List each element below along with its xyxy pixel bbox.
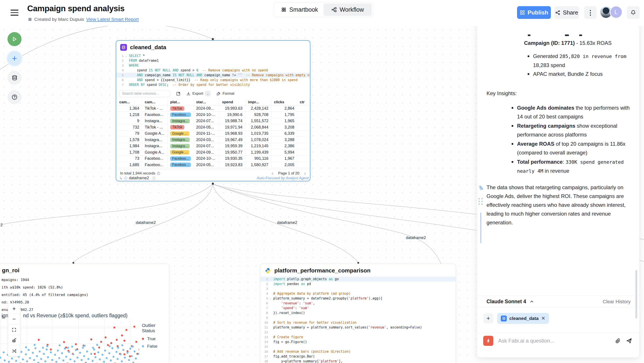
code-line[interactable]: 4 spend IS NOT NULL AND spend > 0 -- Rem… bbox=[116, 68, 310, 73]
scatter-plot[interactable] bbox=[0, 319, 139, 363]
key-insights-list: Google Ads dominates the top performers … bbox=[511, 104, 634, 176]
share-button[interactable]: Share bbox=[554, 6, 579, 19]
next-page-button[interactable]: › bbox=[304, 170, 306, 176]
lock-button[interactable] bbox=[8, 335, 20, 346]
code-line[interactable]: 1import plotly.graph_objects as go bbox=[260, 277, 456, 281]
table-row[interactable]: 732TikTok - ...TikTok2024-05...19,971.94… bbox=[117, 124, 310, 131]
legend-item-true[interactable]: True bbox=[142, 336, 169, 341]
code-line[interactable]: 8}).reset_index() bbox=[260, 310, 456, 315]
view-smart-report-link[interactable]: View Latest Smart Report bbox=[86, 17, 138, 22]
export-button[interactable]: Export ⌄ bbox=[186, 91, 211, 96]
scatter-point-false bbox=[131, 355, 133, 357]
code-line[interactable]: 15 bbox=[260, 344, 456, 349]
legend-item-false[interactable]: False bbox=[142, 344, 169, 349]
table-row[interactable]: 9Instagra...Instagra...2024-07...19,988.… bbox=[117, 118, 310, 124]
code-line[interactable]: 14fig = go.Figure() bbox=[260, 339, 456, 344]
table-row[interactable]: 1,685Faceboo...Faceboo...2024-05...19,92… bbox=[117, 162, 310, 168]
code-line[interactable]: 11platform_summary = platform_summary.so… bbox=[260, 325, 456, 330]
avatar-initial[interactable]: L bbox=[610, 6, 622, 19]
scatter-point-false bbox=[8, 361, 10, 363]
code-line[interactable]: 13# Create figure bbox=[260, 335, 456, 339]
scatter-point-false bbox=[97, 351, 99, 353]
data-sources-button[interactable] bbox=[8, 71, 22, 85]
attachment-icon[interactable] bbox=[615, 338, 621, 344]
panel-resize-handle[interactable] bbox=[480, 212, 481, 243]
zoom-out-button[interactable]: − bbox=[8, 314, 20, 324]
publish-button[interactable]: Publish bbox=[517, 6, 551, 19]
output-menu-icon[interactable]: ⋮ bbox=[152, 176, 156, 180]
node-campaign-roi[interactable]: gn_roi mpaigns: 1944ith ≥$10k spend: 102… bbox=[0, 264, 169, 363]
column-header[interactable]: star... bbox=[194, 99, 220, 105]
code-line[interactable]: 10# Sort by revenue for better visualiza… bbox=[260, 320, 456, 325]
unpin-icon[interactable] bbox=[478, 185, 484, 191]
add-context-button[interactable]: + bbox=[483, 313, 493, 323]
code-line[interactable]: 3WHERE bbox=[116, 63, 310, 68]
python-code-editor[interactable]: 1import plotly.graph_objects as go2impor… bbox=[260, 277, 456, 363]
code-line[interactable]: 1⌄SELECT * bbox=[116, 53, 310, 58]
tab-workflow[interactable]: Workflow bbox=[324, 4, 372, 16]
node-cleaned-data[interactable]: cleaned_data 1⌄SELECT *2FROM dataframe13… bbox=[116, 40, 310, 181]
result-table[interactable]: cam...cam...plat...star...spendimpr...cl… bbox=[117, 99, 310, 168]
format-button[interactable]: Format bbox=[216, 91, 234, 96]
search-input[interactable] bbox=[119, 90, 170, 97]
send-icon[interactable] bbox=[626, 337, 632, 344]
code-line[interactable]: 5⌄platform_summary = dataframe2.groupby(… bbox=[260, 296, 456, 301]
more-options-button[interactable]: ⋮ bbox=[584, 6, 596, 19]
code-line[interactable]: 16# Add revenue bars (positive direction… bbox=[260, 349, 456, 354]
tab-smartbook[interactable]: Smartbook bbox=[276, 4, 324, 16]
help-button[interactable] bbox=[8, 90, 22, 104]
column-header[interactable]: clicks bbox=[271, 99, 297, 105]
column-header[interactable]: impr... bbox=[245, 99, 271, 105]
scatter-point-false bbox=[65, 356, 67, 358]
code-line[interactable]: 7 'spend': 'sum' bbox=[260, 306, 456, 310]
code-line[interactable]: 2FROM dataframe1 bbox=[116, 58, 310, 63]
fit-view-button[interactable] bbox=[8, 324, 20, 335]
column-header[interactable]: spend bbox=[220, 99, 245, 105]
column-header[interactable]: plat... bbox=[168, 99, 194, 105]
table-row[interactable]: 1,708Google A...Google ...2024-09...19,9… bbox=[117, 149, 310, 156]
table-row[interactable]: 1,984Instagra...Instagra...2024-07...19,… bbox=[117, 143, 310, 149]
code-line[interactable]: 18 y=platform_summary['platform'], bbox=[260, 359, 456, 363]
code-line[interactable]: 6 AND spend > {{spend_limit}} -- Keep on… bbox=[116, 78, 310, 82]
scatter-point-false bbox=[34, 347, 36, 349]
table-row[interactable]: 73Faceboo...Faceboo...2024-10-...19,930.… bbox=[117, 156, 310, 162]
code-line[interactable]: 2import pandas as pd bbox=[260, 281, 456, 286]
expand-table-button[interactable] bbox=[176, 91, 180, 96]
column-header[interactable]: cam... bbox=[117, 99, 142, 105]
code-line[interactable]: 5 AND campaign_name IS NOT NULL AND camp… bbox=[116, 73, 310, 78]
node-platform-performance-comparison[interactable]: platform_performance_comparison 1import … bbox=[260, 264, 456, 363]
prev-page-button[interactable]: ‹ bbox=[272, 170, 274, 176]
column-header[interactable]: ctr bbox=[297, 99, 310, 105]
model-selector[interactable]: Claude Sonnet 4 bbox=[486, 299, 534, 304]
table-row[interactable]: 1,578Instagra...Instagra...2024-03...19,… bbox=[117, 137, 310, 143]
zoom-in-button[interactable]: + bbox=[8, 303, 20, 314]
table-cell bbox=[297, 149, 310, 156]
code-line[interactable]: 12 bbox=[260, 330, 456, 335]
code-line[interactable]: 17fig.add_trace(go.Bar( bbox=[260, 354, 456, 359]
code-line[interactable]: 6 'revenue': 'sum', bbox=[260, 301, 456, 306]
clear-history-button[interactable]: Clear History bbox=[603, 299, 630, 304]
legend-label: False bbox=[147, 344, 157, 349]
table-row[interactable]: 79Google A...Google ...2024-11-...19,968… bbox=[117, 131, 310, 137]
export-dropdown-chevron[interactable]: ⌄ bbox=[205, 91, 211, 96]
shuffle-button[interactable] bbox=[8, 346, 20, 356]
chip-remove-icon[interactable]: ✕ bbox=[541, 315, 545, 321]
table-row[interactable]: 1,364TikTok - ...TikTok2024-09...19,993.… bbox=[117, 106, 310, 112]
drag-handle[interactable] bbox=[478, 198, 484, 205]
run-workflow-button[interactable] bbox=[8, 32, 22, 46]
context-chip-cleaned-data[interactable]: cleaned_data ✕ bbox=[497, 313, 549, 324]
scatter-point-false bbox=[90, 353, 92, 355]
menu-icon[interactable] bbox=[10, 10, 18, 17]
code-line[interactable]: 7ORDER BY spend DESC; -- Order by spend … bbox=[116, 82, 310, 87]
ask-question-input[interactable] bbox=[498, 338, 610, 344]
table-row[interactable]: 1,218Faceboo...Faceboo...2024-10-...19,9… bbox=[117, 112, 310, 118]
column-header[interactable]: cam... bbox=[142, 99, 168, 105]
sql-code-editor[interactable]: 1⌄SELECT *2FROM dataframe13WHERE4 spend … bbox=[116, 53, 310, 87]
code-line[interactable]: 9 bbox=[260, 315, 456, 320]
code-line[interactable]: 4# Aggregate data by platform (ad group) bbox=[260, 291, 456, 296]
notifications-button[interactable] bbox=[627, 6, 640, 19]
code-line[interactable]: 3 bbox=[260, 286, 456, 291]
add-node-button[interactable] bbox=[8, 52, 22, 66]
panel-scrollbar[interactable] bbox=[636, 270, 637, 318]
output-dataframe-label[interactable]: ↳ dataframe2 ⋮ bbox=[119, 176, 156, 180]
